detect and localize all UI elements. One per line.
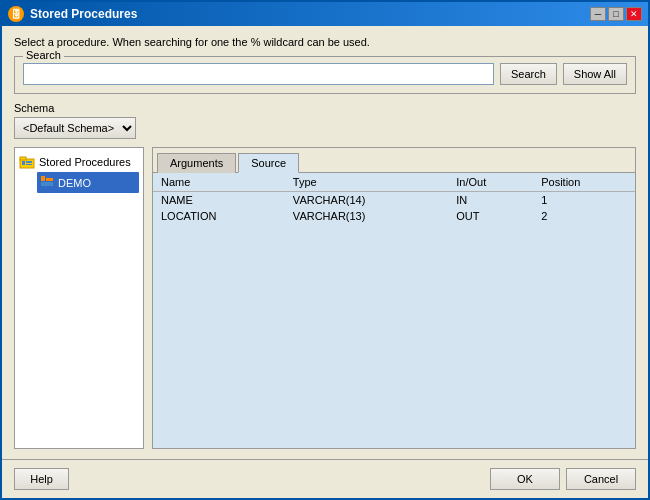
tab-content: Name Type In/Out Position NAME VARCHAR(1… — [153, 173, 635, 448]
svg-rect-6 — [41, 182, 53, 186]
hint-text: Select a procedure. When searching for o… — [14, 36, 636, 48]
table-row[interactable]: LOCATION VARCHAR(13) OUT 2 — [153, 208, 635, 224]
table-header-row: Name Type In/Out Position — [153, 173, 635, 192]
help-button[interactable]: Help — [14, 468, 69, 490]
left-panel: Stored Procedures DEMO — [14, 147, 144, 449]
svg-rect-2 — [22, 161, 25, 165]
footer-right: OK Cancel — [490, 468, 636, 490]
schema-label: Schema — [14, 102, 636, 114]
tabs-bar: Arguments Source — [153, 148, 635, 173]
footer: Help OK Cancel — [2, 459, 648, 498]
window-body: Select a procedure. When searching for o… — [2, 26, 648, 459]
minimize-button[interactable]: ─ — [590, 7, 606, 21]
stored-procedures-icon — [19, 154, 35, 170]
cell-position: 2 — [533, 208, 635, 224]
arguments-table: Name Type In/Out Position NAME VARCHAR(1… — [153, 173, 635, 224]
search-button[interactable]: Search — [500, 63, 557, 85]
window-icon: 🗄 — [8, 6, 24, 22]
tree-root: Stored Procedures DEMO — [19, 152, 139, 193]
schema-section: Schema <Default Schema> — [14, 102, 636, 139]
svg-rect-4 — [26, 164, 32, 165]
search-group: Search Search Show All — [14, 56, 636, 94]
tree-children: DEMO — [37, 172, 139, 193]
cancel-button[interactable]: Cancel — [566, 468, 636, 490]
cell-name: NAME — [153, 192, 285, 209]
tree-root-label: Stored Procedures — [39, 156, 131, 168]
show-all-button[interactable]: Show All — [563, 63, 627, 85]
table-row[interactable]: NAME VARCHAR(14) IN 1 — [153, 192, 635, 209]
cell-name: LOCATION — [153, 208, 285, 224]
tree-root-item[interactable]: Stored Procedures — [19, 152, 139, 172]
cell-inout: OUT — [448, 208, 533, 224]
tab-arguments[interactable]: Arguments — [157, 153, 236, 173]
window-title: Stored Procedures — [30, 7, 137, 21]
tree-child-label: DEMO — [58, 177, 91, 189]
tree-child-icon — [40, 174, 54, 191]
svg-rect-3 — [26, 161, 32, 163]
title-controls: ─ □ ✕ — [590, 7, 642, 21]
cell-inout: IN — [448, 192, 533, 209]
col-position-header: Position — [533, 173, 635, 192]
svg-rect-1 — [20, 157, 26, 160]
search-row: Search Show All — [23, 63, 627, 85]
col-name-header: Name — [153, 173, 285, 192]
cell-type: VARCHAR(14) — [285, 192, 448, 209]
svg-rect-7 — [46, 178, 53, 181]
col-inout-header: In/Out — [448, 173, 533, 192]
tree-child-item-demo[interactable]: DEMO — [37, 172, 139, 193]
main-window: 🗄 Stored Procedures ─ □ ✕ Select a proce… — [0, 0, 650, 500]
title-bar-left: 🗄 Stored Procedures — [8, 6, 137, 22]
tab-source[interactable]: Source — [238, 153, 299, 173]
svg-rect-5 — [41, 176, 45, 181]
maximize-button[interactable]: □ — [608, 7, 624, 21]
close-button[interactable]: ✕ — [626, 7, 642, 21]
right-panel: Arguments Source Name Type In/Out — [152, 147, 636, 449]
ok-button[interactable]: OK — [490, 468, 560, 490]
main-area: Stored Procedures DEMO — [14, 147, 636, 449]
cell-type: VARCHAR(13) — [285, 208, 448, 224]
cell-position: 1 — [533, 192, 635, 209]
title-bar: 🗄 Stored Procedures ─ □ ✕ — [2, 2, 648, 26]
search-input[interactable] — [23, 63, 494, 85]
col-type-header: Type — [285, 173, 448, 192]
schema-dropdown[interactable]: <Default Schema> — [14, 117, 136, 139]
search-group-label: Search — [23, 49, 64, 61]
